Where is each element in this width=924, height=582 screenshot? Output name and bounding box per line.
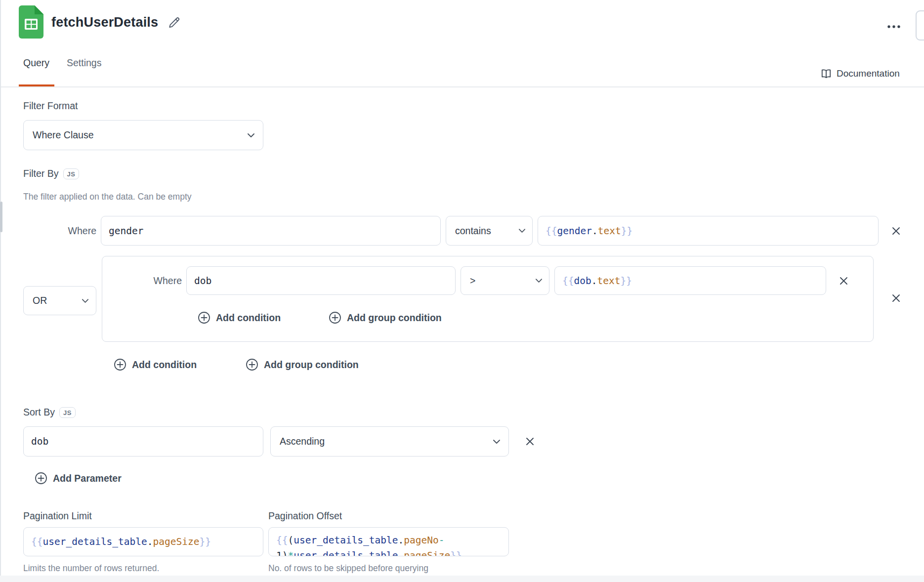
pagination-limit-code: {{user_details_table.pageSize}} xyxy=(31,536,211,547)
chevron-down-icon xyxy=(82,298,89,303)
condition-column-input[interactable]: gender xyxy=(101,216,441,246)
query-editor-panel: { "header": { "title": "fetchUserDetails… xyxy=(0,0,924,582)
google-sheets-icon xyxy=(19,5,43,39)
delete-condition-button[interactable] xyxy=(888,223,903,238)
edit-name-button[interactable] xyxy=(166,15,183,32)
run-button-partial[interactable] xyxy=(916,10,924,41)
chevron-down-icon xyxy=(535,278,543,283)
sort-column-input[interactable]: dob xyxy=(23,426,263,457)
sort-order-select[interactable]: Ascending xyxy=(270,426,509,457)
add-group-condition-label: Add group condition xyxy=(264,359,359,371)
pagination-limit-input[interactable]: {{user_details_table.pageSize}} xyxy=(23,527,263,556)
scrollbar-thumb[interactable] xyxy=(0,202,2,232)
sort-by-label: Sort By xyxy=(23,407,55,418)
plus-circle-icon xyxy=(198,311,210,324)
pagination-offset-code-line2: 1)*user_details_table.pageSize}} xyxy=(276,548,501,556)
sort-order-value: Ascending xyxy=(280,436,325,447)
add-parameter-button[interactable]: Add Parameter xyxy=(35,469,122,487)
condition-value-input[interactable]: {{gender.text}} xyxy=(538,216,879,246)
group-condition-column-value: dob xyxy=(194,275,211,287)
delete-group-button[interactable] xyxy=(888,291,903,305)
group-join-operator-value: OR xyxy=(33,295,47,306)
js-toggle-sort-by[interactable]: JS xyxy=(59,407,76,418)
delete-sort-button[interactable] xyxy=(522,434,537,449)
where-prefix-label: Where xyxy=(133,266,182,295)
documentation-label: Documentation xyxy=(837,68,900,79)
panel-left-border xyxy=(0,0,1,582)
plus-circle-icon xyxy=(35,472,47,485)
filter-by-label-row: Filter By JS xyxy=(23,168,79,179)
group-condition-value-input[interactable]: {{dob.text}} xyxy=(554,266,826,295)
pagination-offset-label: Pagination Offset xyxy=(268,510,342,522)
sort-by-label-row: Sort By JS xyxy=(23,407,76,418)
pagination-limit-label: Pagination Limit xyxy=(23,510,92,522)
group-add-condition-button[interactable]: Add condition xyxy=(198,309,281,327)
ellipsis-icon xyxy=(886,23,904,31)
close-icon xyxy=(891,293,901,303)
add-group-condition-button[interactable]: Add group condition xyxy=(246,356,359,374)
pagination-offset-code-line1: {{(user_details_table.pageNo- xyxy=(276,533,501,548)
condition-value-code: {{gender.text}} xyxy=(546,225,632,237)
tab-settings[interactable]: Settings xyxy=(67,57,101,69)
js-toggle-filter-by[interactable]: JS xyxy=(63,168,80,179)
filter-format-select[interactable]: Where Clause xyxy=(23,120,263,150)
add-parameter-label: Add Parameter xyxy=(53,473,122,484)
pagination-offset-helper: No. of rows to be skipped before queryin… xyxy=(268,563,428,574)
book-icon xyxy=(820,68,832,80)
plus-circle-icon xyxy=(329,311,341,324)
group-add-condition-label: Add condition xyxy=(216,312,281,324)
more-menu-button[interactable] xyxy=(883,20,906,34)
pagination-limit-helper: Limits the number of rows returned. xyxy=(23,563,159,574)
condition-operator-select[interactable]: contains xyxy=(446,216,533,246)
plus-circle-icon xyxy=(114,358,126,371)
close-icon xyxy=(891,226,901,236)
filter-format-value: Where Clause xyxy=(33,129,94,141)
filter-by-label: Filter By xyxy=(23,168,59,179)
condition-column-value: gender xyxy=(109,225,143,237)
pencil-icon xyxy=(168,16,181,31)
add-condition-label: Add condition xyxy=(132,359,197,371)
where-prefix-label: Where xyxy=(43,216,96,246)
condition-operator-value: contains xyxy=(455,225,491,237)
plus-circle-icon xyxy=(246,358,258,371)
query-title: fetchUserDetails xyxy=(51,15,158,30)
add-condition-button[interactable]: Add condition xyxy=(114,356,197,374)
group-condition-column-input[interactable]: dob xyxy=(186,266,456,295)
group-condition-value-code: {{dob.text}} xyxy=(562,275,632,287)
pagination-offset-input[interactable]: {{(user_details_table.pageNo- 1)*user_de… xyxy=(268,527,509,556)
group-add-group-condition-button[interactable]: Add group condition xyxy=(329,309,442,327)
sort-column-value: dob xyxy=(31,436,48,447)
close-icon xyxy=(839,276,848,286)
bottom-pane-edge xyxy=(0,576,924,582)
documentation-link[interactable]: Documentation xyxy=(820,68,900,80)
close-icon xyxy=(525,437,535,446)
header-divider xyxy=(1,86,924,87)
filter-format-label: Filter Format xyxy=(23,100,78,112)
group-condition-operator-select[interactable]: > xyxy=(461,266,549,295)
group-add-group-condition-label: Add group condition xyxy=(347,312,442,324)
group-join-operator-select[interactable]: OR xyxy=(23,286,96,315)
filter-by-helper: The filter applied on the data. Can be e… xyxy=(23,192,192,202)
group-condition-operator-value: > xyxy=(470,275,475,287)
tab-query[interactable]: Query xyxy=(23,57,49,69)
delete-group-condition-button[interactable] xyxy=(836,273,851,288)
chevron-down-icon xyxy=(493,439,501,444)
chevron-down-icon xyxy=(518,228,526,233)
chevron-down-icon xyxy=(247,133,255,138)
